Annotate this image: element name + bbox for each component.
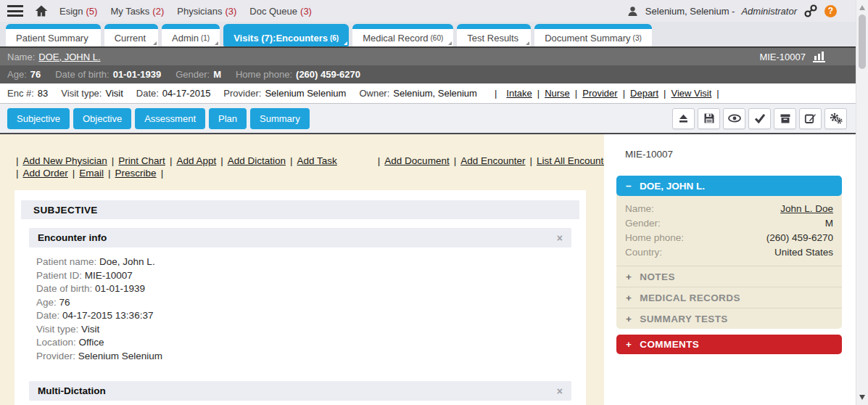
scroll-up-button[interactable] (859, 5, 865, 10)
close-icon[interactable]: × (557, 385, 563, 397)
settings-gears-icon[interactable] (824, 108, 847, 129)
separator: | (16, 167, 19, 179)
top-nav-item-label: Esign (59, 6, 83, 17)
action-link[interactable]: Add Encounter (460, 155, 525, 167)
action-link[interactable]: Add Order (23, 167, 68, 179)
top-nav-item[interactable]: My Tasks(2) (110, 6, 164, 17)
note-section-button[interactable]: Subjective (7, 108, 70, 129)
encounter-info-row: Location: Office (36, 336, 571, 350)
expand-icon[interactable]: + (626, 271, 632, 282)
action-link[interactable]: Prescribe (115, 167, 157, 179)
section-header[interactable]: Encounter info × (29, 228, 571, 248)
encounter-info-row: Date of birth: 01-01-1939 (36, 282, 571, 296)
separator: | (454, 155, 457, 167)
note-section-button[interactable]: Objective (73, 108, 131, 129)
edit-icon[interactable] (799, 108, 822, 129)
demographic-field: Age:76 (7, 69, 41, 80)
help-icon[interactable]: ? (824, 5, 837, 17)
link-icon[interactable] (803, 4, 818, 18)
sidebar-section-label: MEDICAL RECORDS (640, 292, 740, 303)
chart-tab[interactable]: Visits (7):Encounters(6) (223, 24, 349, 46)
home-icon[interactable] (35, 4, 48, 17)
sidebar-section[interactable]: +SUMMARY TESTS (616, 308, 842, 329)
info-label: Patient name: (36, 256, 96, 267)
action-link[interactable]: Add Dictation (228, 155, 286, 167)
separator: | (170, 155, 173, 167)
scroll-thumb[interactable] (859, 15, 866, 69)
flowsheet-chart-icon[interactable] (813, 51, 825, 62)
expand-icon[interactable]: + (626, 292, 632, 303)
toolbar-icon-buttons (672, 108, 847, 129)
action-link[interactable]: Add Document (384, 155, 449, 167)
save-icon[interactable] (698, 108, 720, 129)
separator: | (378, 155, 381, 167)
chart-tab-label: Document Summary (545, 33, 630, 44)
sidebar-patient-header[interactable]: − DOE, JOHN L. (616, 176, 842, 196)
action-link-group-2: |Add Document|Add Encounter|List All Enc… (378, 155, 604, 167)
section-header[interactable]: Multi-Dictation × (29, 381, 571, 401)
separator: | (220, 155, 223, 167)
eject-button[interactable] (672, 108, 695, 129)
note-section-button[interactable]: Summary (250, 108, 310, 129)
top-nav-item[interactable]: Doc Queue(3) (249, 6, 312, 17)
action-link[interactable]: List All Encounters (537, 155, 604, 167)
separator: | (73, 167, 75, 179)
top-nav-item[interactable]: Physicians(3) (177, 6, 236, 17)
chart-tab[interactable]: Test Results (457, 24, 531, 46)
patient-id-label: MIE-10007 (759, 52, 806, 62)
chart-tab[interactable]: Current (104, 24, 158, 46)
encounter-stage-link[interactable]: Provider (582, 88, 617, 99)
encounter-stage-link[interactable]: Depart (630, 88, 658, 99)
action-link-line-1: |Add New Physician|Print Chart|Add Appt|… (16, 155, 604, 167)
top-nav: Esign(5) My Tasks(2) Physicians(3) Doc Q… (59, 6, 312, 17)
collapse-icon[interactable]: − (626, 181, 632, 192)
scrollbar-track[interactable] (856, 0, 868, 405)
separator: | (161, 167, 164, 179)
note-section-button[interactable]: Plan (209, 108, 247, 129)
action-link[interactable]: Add Appt (176, 155, 216, 167)
card-title: SUBJECTIVE (21, 200, 579, 219)
info-label: Date: (36, 310, 59, 321)
preview-eye-icon[interactable] (723, 108, 745, 129)
chart-tab[interactable]: Patient Summary (6, 24, 101, 46)
close-icon[interactable]: × (557, 232, 563, 244)
encounter-field: Provider:Selenium Selenium (223, 88, 346, 99)
action-link[interactable]: Add New Physician (23, 155, 107, 167)
encounter-stage-link[interactable]: View Visit (671, 88, 711, 99)
encounter-stage-link[interactable]: Intake (506, 88, 532, 99)
archive-icon[interactable] (774, 108, 796, 129)
sidebar-field-row: Gender:M (625, 216, 833, 231)
scroll-down-button[interactable] (859, 395, 865, 400)
encounter-stage-link[interactable]: Nurse (545, 88, 570, 99)
patient-name-link[interactable]: DOE, JOHN L. (38, 52, 100, 62)
subjective-card: SUBJECTIVE Encounter info × Patient name… (15, 190, 586, 405)
complete-check-icon[interactable] (748, 108, 771, 129)
separator: | (664, 88, 666, 99)
comments-section[interactable]: + COMMENTS (616, 335, 842, 354)
expand-icon[interactable]: + (626, 339, 632, 350)
chart-tab[interactable]: Medical Record(60) (352, 24, 453, 46)
chart-tab[interactable]: Document Summary(3) (534, 24, 652, 46)
action-link[interactable]: Email (79, 167, 104, 179)
separator: | (16, 155, 19, 167)
encounter-links: | Intake| Nurse| Provider| Depart| View … (495, 88, 719, 99)
action-link[interactable]: Add Task (297, 155, 337, 167)
demographic-label: Gender: (175, 69, 210, 80)
demographic-label: Date of birth: (55, 69, 109, 80)
sidebar-section[interactable]: +MEDICAL RECORDS (616, 287, 842, 308)
demographics-bar: Age:76 Date of birth:01-01-1939 Gender:M… (0, 65, 856, 83)
comments-label: COMMENTS (640, 339, 699, 350)
top-nav-item[interactable]: Esign(5) (59, 6, 97, 17)
separator: | (112, 155, 115, 167)
sidebar-section[interactable]: +NOTES (616, 266, 842, 287)
expand-icon[interactable]: + (626, 314, 632, 324)
action-link[interactable]: Print Chart (118, 155, 165, 167)
chart-tab[interactable]: Admin(1) (162, 24, 220, 46)
note-section-button[interactable]: Assessment (135, 108, 205, 129)
sidebar-field-value: M (825, 216, 833, 231)
current-user-label: Selenium, Selenium - (645, 6, 735, 17)
multi-dictation-section: Multi-Dictation × (29, 381, 571, 401)
menu-icon[interactable] (7, 5, 23, 17)
info-value: Office (79, 337, 104, 348)
encounter-fields: Enc #:83 Visit type:Visit Date:04-17-201… (7, 88, 477, 99)
